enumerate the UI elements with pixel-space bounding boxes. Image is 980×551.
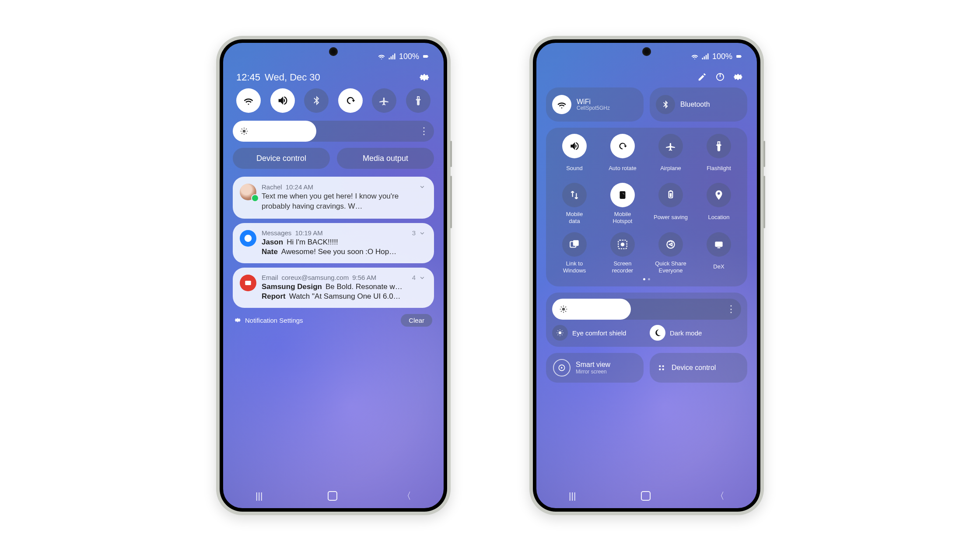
notif-app: Messages — [262, 229, 291, 237]
airplane-icon — [378, 95, 390, 106]
smart-view-button[interactable]: Smart view Mirror screen — [546, 353, 644, 383]
brightness-more[interactable]: ⋮ — [419, 126, 428, 137]
gear-icon — [419, 72, 430, 83]
qs-tile-hotspot[interactable]: Mobile Hotspot — [600, 183, 645, 224]
qs-tile-location[interactable]: Location — [696, 183, 741, 224]
notif-app: Rachel — [262, 183, 282, 191]
nav-recents[interactable]: ||| — [569, 491, 576, 501]
edit-button[interactable] — [697, 72, 707, 82]
bluetooth-icon — [311, 95, 322, 106]
phone-quick-settings: 100% WiFi CellSpot5GHz — [529, 36, 764, 515]
presence-dot — [251, 194, 259, 202]
bt-label: Bluetooth — [680, 101, 710, 108]
camera-cutout — [329, 47, 338, 56]
moon-icon — [653, 328, 662, 337]
phone-notification-panel: 100% 12:45 Wed, Dec 30 — [216, 36, 451, 515]
notif-sender: Nate — [262, 248, 278, 256]
grid-icon — [657, 363, 666, 373]
qs-tile-link[interactable]: Link to Windows — [552, 232, 597, 274]
conn-bluetooth[interactable]: Bluetooth — [650, 87, 747, 122]
notif-time: 10:19 AM — [295, 229, 322, 237]
wifi-icon — [377, 52, 386, 61]
qt-flashlight[interactable] — [406, 88, 430, 113]
notification-card[interactable]: Email coreux@samsung.com 9:56 AM 4 Samsu… — [233, 268, 434, 308]
gear-icon — [234, 317, 242, 324]
avatar — [240, 230, 256, 247]
qs-tile-flashlight[interactable]: Flashlight — [696, 134, 741, 175]
device-control-chip[interactable]: Device control — [233, 148, 330, 169]
qs-tile-share[interactable]: Quick Share Everyone — [648, 232, 693, 274]
qs-tile-mobiledata[interactable]: Mobile data — [552, 183, 597, 224]
power-icon — [665, 189, 676, 201]
notif-count: 3 — [412, 229, 416, 237]
nav-home[interactable] — [641, 491, 651, 501]
smart-view-label: Smart view — [576, 361, 610, 369]
wifi-icon — [242, 94, 255, 107]
bluetooth-icon — [661, 100, 670, 109]
battery-text: 100% — [712, 52, 732, 61]
qs-tile-sound[interactable]: Sound — [552, 134, 597, 175]
battery-icon — [734, 53, 744, 59]
clear-button[interactable]: Clear — [401, 314, 432, 327]
wifi-icon — [690, 52, 699, 61]
notification-settings-link[interactable]: Notification Settings — [234, 317, 303, 324]
dark-mode-toggle[interactable]: Dark mode — [650, 325, 741, 341]
chevron-down-icon[interactable] — [418, 183, 426, 191]
brightness-more[interactable]: ⋮ — [726, 303, 735, 315]
eye-comfort-toggle[interactable]: Eye comfort shield — [552, 325, 644, 341]
qt-auto-rotate[interactable] — [338, 88, 363, 113]
qs-tile-power[interactable]: Power saving — [648, 183, 693, 224]
qt-wifi[interactable] — [236, 88, 261, 113]
chevron-down-icon[interactable] — [418, 274, 426, 282]
location-icon — [713, 189, 724, 201]
qs-grid: SoundAuto rotateAirplaneFlashlightMobile… — [552, 134, 741, 274]
battery-icon — [421, 53, 430, 59]
notif-sender: Report — [262, 292, 286, 301]
nav-back[interactable]: 〈 — [715, 490, 724, 502]
qs-tile-dex[interactable]: DeX — [696, 232, 741, 274]
qs-tile-record[interactable]: Screen recorder — [600, 232, 645, 274]
nav-back[interactable]: 〈 — [402, 490, 411, 502]
chevron-down-icon[interactable] — [418, 229, 426, 237]
sound-icon — [569, 140, 580, 152]
quick-toggle-row — [233, 88, 434, 113]
qt-bluetooth[interactable] — [304, 88, 329, 113]
battery-text: 100% — [399, 52, 419, 61]
notif-text: Be Bold. Resonate w… — [326, 282, 402, 291]
brightness-slider[interactable]: ⋮ — [233, 121, 434, 142]
qs-tile-label: Power saving — [654, 211, 688, 224]
qs-tile-label: Auto rotate — [609, 162, 637, 175]
qs-tile-label: Mobile data — [566, 211, 583, 224]
brightness-slider[interactable]: ⋮ — [552, 299, 741, 320]
qs-tile-rotate[interactable]: Auto rotate — [600, 134, 645, 175]
device-control-button[interactable]: Device control — [650, 353, 747, 383]
dark-mode-label: Dark mode — [670, 329, 702, 337]
notification-card[interactable]: Messages 10:19 AM 3 JasonHi I'm BACK!!!!… — [233, 223, 434, 263]
conn-wifi[interactable]: WiFi CellSpot5GHz — [546, 87, 644, 122]
notification-settings-label: Notification Settings — [245, 317, 303, 324]
datetime: 12:45 Wed, Dec 30 — [236, 72, 320, 83]
mail-icon — [244, 279, 252, 287]
notif-time: 9:56 AM — [352, 274, 376, 281]
sound-icon — [276, 94, 289, 107]
notification-card[interactable]: Rachel 10:24 AM Text me when you get her… — [233, 177, 434, 219]
notif-text: Awesome! See you soon :O Hop… — [281, 248, 396, 256]
qt-airplane[interactable] — [372, 88, 396, 113]
notif-sender: Samsung Design — [262, 282, 322, 291]
nav-home[interactable] — [328, 491, 337, 501]
share-icon — [665, 239, 676, 250]
media-output-label: Media output — [363, 154, 408, 163]
pencil-icon — [697, 72, 707, 82]
rotate-icon — [617, 140, 628, 152]
settings-button[interactable] — [733, 72, 744, 82]
qs-tile-label: Flashlight — [707, 162, 731, 175]
wifi-label: WiFi — [577, 98, 610, 106]
device-control-label: Device control — [256, 154, 306, 163]
power-button[interactable] — [715, 72, 725, 82]
qs-tile-airplane[interactable]: Airplane — [648, 134, 693, 175]
notif-body: Text me when you get here! I know you're… — [262, 192, 426, 212]
settings-button[interactable] — [419, 72, 430, 83]
media-output-chip[interactable]: Media output — [337, 148, 434, 169]
qt-sound[interactable] — [270, 88, 295, 113]
nav-recents[interactable]: ||| — [256, 491, 262, 501]
